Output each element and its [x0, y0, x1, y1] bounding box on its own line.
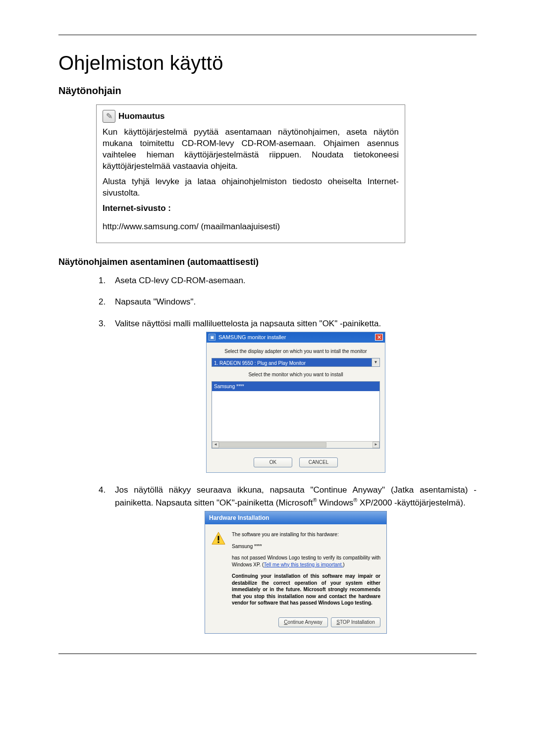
note-label: Huomautus [118, 111, 165, 122]
horizontal-scrollbar[interactable]: ◄ ► [212, 441, 379, 448]
ok-button[interactable]: OK [254, 457, 292, 467]
scroll-left-icon[interactable]: ◄ [212, 442, 219, 448]
dialog2-warning-bold: Continuing your installation of this sof… [232, 573, 380, 606]
reg-mark-1: ® [313, 497, 317, 503]
install-steps: Aseta CD-levy CD-ROM-asemaan. Napsauta "… [96, 274, 477, 634]
step-4-text-b: Windows [317, 498, 354, 507]
dialog2-p3: has not passed Windows Logo testing to v… [232, 554, 380, 568]
section-driver: Näytönohjain [58, 85, 477, 97]
dialog1-label-adapter: Select the display adapter on which you … [212, 348, 380, 355]
dialog1-close-icon[interactable]: ✕ [375, 334, 383, 341]
step-4-text-c: XP/2000 -käyttöjärjestelmä). [357, 498, 465, 507]
warning-icon [211, 531, 226, 546]
internet-site-label: Internet-sivusto : [103, 203, 171, 213]
bottom-rule [58, 654, 477, 654]
dialog2-p1: The software you are installing for this… [232, 531, 380, 538]
svg-rect-1 [218, 536, 219, 541]
note-paragraph-1: Kun käyttöjärjestelmä pyytää asentamaan … [103, 127, 399, 172]
step-3-text: Valitse näyttösi malli malliluettelosta … [115, 319, 381, 328]
step-4: Jos näytöllä näkyy seuraava ikkuna, naps… [108, 484, 477, 634]
scroll-track[interactable] [219, 442, 373, 448]
display-adapter-combo[interactable]: 1. RADEON 9550 : Plug and Play Monitor ▼ [212, 358, 380, 367]
dialog1-titlebar: ▣ SAMSUNG monitor installer ✕ [207, 332, 385, 343]
dialog2-p2: Samsung **** [232, 543, 380, 550]
step-2: Napsauta "Windows". [108, 296, 477, 308]
combo-selected-text: 1. RADEON 9550 : Plug and Play Monitor [212, 358, 372, 366]
testing-important-link[interactable]: Tell me why this testing is important. [264, 562, 343, 567]
cancel-button[interactable]: CANCEL [299, 457, 338, 467]
monitor-listbox[interactable]: Samsung **** ◄ ► [212, 381, 380, 449]
section-install-auto: Näytönohjaimen asentaminen (automaattise… [58, 257, 477, 267]
note-box: ✎ Huomautus Kun käyttöjärjestelmä pyytää… [96, 104, 405, 243]
svg-rect-2 [218, 542, 219, 543]
note-icon: ✎ [103, 110, 115, 123]
internet-url: http://www.samsung.com/ (maailmanlaajuis… [103, 221, 399, 233]
samsung-installer-dialog: ▣ SAMSUNG monitor installer ✕ Select the… [206, 332, 385, 473]
stop-installation-button[interactable]: STOP Installation [331, 617, 380, 627]
dialog1-app-icon: ▣ [209, 334, 215, 341]
continue-anyway-button[interactable]: Continue Anyway [278, 617, 328, 627]
dialog1-label-monitor: Select the monitor which you want to ins… [212, 371, 380, 378]
page-title: Ohjelmiston käyttö [58, 52, 477, 74]
listbox-selected-item[interactable]: Samsung **** [212, 382, 379, 391]
top-rule [58, 35, 477, 35]
note-paragraph-2: Alusta tyhjä levyke ja lataa ohjainohjel… [103, 176, 399, 199]
scroll-right-icon[interactable]: ► [373, 442, 379, 448]
step-3: Valitse näyttösi malli malliluettelosta … [108, 317, 477, 473]
dialog2-title-text: Hardware Installation [205, 511, 386, 524]
scroll-thumb[interactable] [219, 442, 326, 448]
hardware-installation-dialog: Hardware Installation The software you a… [205, 511, 387, 634]
chevron-down-icon[interactable]: ▼ [372, 358, 379, 366]
step-1: Aseta CD-levy CD-ROM-asemaan. [108, 274, 477, 287]
dialog1-title-text: SAMSUNG monitor installer [218, 333, 286, 342]
